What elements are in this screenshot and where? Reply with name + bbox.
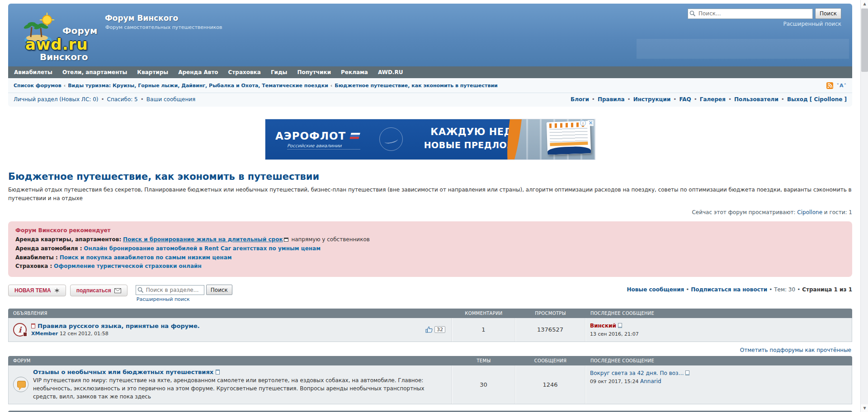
page-title[interactable]: Бюджетное путешествие, как экономить в п… (8, 171, 852, 182)
site-title[interactable]: Форум Винского (105, 14, 178, 23)
nav-item-companions[interactable]: Попутчики (292, 69, 336, 75)
breadcrumb-panel: Список форумов‹Виды туризма: Круизы, Гор… (8, 78, 852, 107)
ad-close-icon[interactable]: ✕ (588, 120, 594, 126)
logout-link[interactable]: Выход [ Cipollone ] (787, 96, 847, 103)
nav-item-insurance[interactable]: Страховка (223, 69, 266, 75)
subforum-link[interactable]: Отзывы о необычных или бюджетных путешес… (33, 369, 213, 375)
site-tagline: Форум самостоятельных путешественников (105, 24, 222, 30)
new-topic-button[interactable]: НОВАЯ ТЕМА (8, 285, 66, 296)
rules-link[interactable]: Правила (598, 96, 625, 103)
mark-subforums-read-link[interactable]: Отметить подфорумы как прочтённые (740, 347, 851, 353)
breadcrumb-section[interactable]: Виды туризма: Круизы, Горные лыжи, Дайви… (68, 83, 328, 89)
logo-word-vinsky: Винского (40, 52, 88, 62)
announcement-title-link[interactable]: Правила русского языка, принятые на фору… (38, 323, 200, 329)
faq-link[interactable]: FAQ (679, 96, 691, 103)
header-search-button[interactable]: Поиск (815, 8, 841, 19)
thumbs-up-icon[interactable] (425, 326, 433, 333)
header-search: Поиск Расширенный поиск (688, 8, 841, 27)
logo-word-awd: awd.ru (25, 35, 88, 53)
forum-search-input[interactable] (136, 285, 204, 295)
forum-bubble-icon (13, 377, 28, 392)
nav-item-ads[interactable]: Реклама (336, 69, 373, 75)
recommend-row-insurance: Страховка : Оформление туристической стр… (15, 262, 845, 271)
views-count: 1376527 (515, 318, 585, 342)
flats-booking-link[interactable]: Поиск и бронирование жилья на длительный… (123, 236, 283, 243)
user-links-row: Личный раздел (Новых ЛС: 0)•Спасибо: 5•В… (14, 96, 847, 103)
goto-last-post-icon[interactable] (618, 323, 622, 328)
your-posts-link[interactable]: Ваши сообщения (146, 96, 195, 103)
car-rental-link[interactable]: Онлайн бронирование автомобилей в Rent C… (84, 245, 321, 252)
nav-item-cars[interactable]: Аренда Авто (173, 69, 223, 75)
members-link[interactable]: Пользователи (734, 96, 778, 103)
forum-description: Бюджетный отдых путешествия без секретов… (8, 186, 852, 202)
nav-item-awdru[interactable]: AWD.RU (373, 69, 408, 75)
new-posts-link[interactable]: Новые сообщения (627, 286, 684, 293)
ad-banner[interactable]: АЭРОФЛОТ Российские авиалинии КАЖДУЮ НЕД… (265, 119, 595, 160)
instructions-link[interactable]: Инструкции (633, 96, 671, 103)
subscribe-news-link[interactable]: Подписаться на новости (691, 286, 767, 293)
adchoices-info-icon[interactable]: i (580, 120, 586, 126)
author-link[interactable]: XMember (31, 331, 58, 337)
mark-read-row: Отметить подфорумы как прочтённые (9, 347, 851, 353)
recommend-title: Форум Винского рекомендует (15, 226, 845, 235)
viewing-suffix: и гости: 1 (824, 209, 852, 215)
page: Форум awd.ru Винского Форум Винского Фор… (8, 4, 852, 412)
last-topic-link[interactable]: Вокруг света за 42 дня. По воз… (590, 370, 684, 376)
breadcrumb-current[interactable]: Бюджетное путешествие, как экономить в п… (335, 83, 498, 89)
breadcrumb-separator: ‹ (330, 83, 332, 89)
font-size-widget[interactable]: ˅A˄ (836, 83, 847, 89)
subforum-description: VIP путешествия по миру: путешествие на … (33, 376, 447, 401)
thanks-link[interactable]: Спасибо: 5 (107, 96, 138, 103)
advanced-search-link[interactable]: Расширенный поиск (688, 21, 841, 27)
blogs-link[interactable]: Блоги (571, 96, 589, 103)
nav-item-hotels[interactable]: Отели, апартаменты (57, 69, 132, 75)
site-header: Форум awd.ru Винского Форум Винского Фор… (8, 4, 852, 66)
breadcrumb-root[interactable]: Список форумов (14, 83, 61, 89)
nav-item-avia[interactable]: Авиабилеты (9, 69, 57, 75)
col-posts: СООБЩЕНИЯ (515, 358, 585, 363)
forum-toolbar: НОВАЯ ТЕМА подписаться Поис (8, 285, 852, 302)
header-search-input[interactable] (688, 9, 813, 19)
personal-section-link[interactable]: Личный раздел (Новых ЛС: 0) (14, 96, 98, 103)
forum-search-button[interactable]: Поиск (206, 285, 232, 295)
header-search-input-wrap (688, 9, 813, 19)
logo-word-forum: Форум (62, 25, 97, 36)
insurance-link[interactable]: Оформление туристической страховки онлай… (54, 263, 202, 269)
viewing-user-link[interactable]: Cipollone (797, 209, 822, 215)
scrollbar-down-arrow[interactable]: ▼ (861, 404, 868, 412)
ad-brand-subtitle: Российские авиалинии (287, 143, 360, 150)
viewing-prefix: Сейчас этот форум просматривают: (692, 209, 795, 215)
rss-feed-icon[interactable] (826, 82, 833, 89)
goto-last-post-icon[interactable] (685, 370, 689, 375)
site-logo[interactable]: Форум awd.ru Винского (21, 12, 104, 61)
forum-row: Отзывы о необычных или бюджетных путешес… (8, 365, 852, 404)
subscribe-button[interactable]: подписаться (70, 285, 127, 296)
nav-item-guides[interactable]: Гиды (266, 69, 292, 75)
col-forum: ФОРУМ (8, 358, 452, 363)
recommend-row-cars: Аренда автомобиля : Онлайн бронирование … (15, 244, 845, 253)
header-ad-slot (637, 39, 849, 59)
topic-doc-icon (31, 323, 35, 328)
last-post-date: 09 окт 2017, 15:24 (590, 379, 638, 384)
last-post-user-link[interactable]: Винский (590, 323, 616, 329)
recommend-row-avia: Авиабилеты : Поиск и покупка авиабилетов… (15, 253, 845, 262)
nav-item-flats[interactable]: Квартиры (132, 69, 173, 75)
gallery-link[interactable]: Галерея (700, 96, 726, 103)
post-date: 12 сен 2012, 01:58 (60, 331, 108, 337)
skyteam-stamp-icon (379, 127, 403, 151)
scrollbar-thumb[interactable] (861, 9, 868, 72)
flight-search-link[interactable]: Поиск и покупка авиабилетов по самым низ… (60, 254, 232, 261)
external-link-icon (284, 238, 288, 242)
col-views: ПРОСМОТРЫ (515, 311, 585, 316)
ad-brand-name: АЭРОФЛОТ (275, 130, 346, 142)
search-icon (137, 287, 144, 293)
panel-divider (8, 93, 852, 93)
breadcrumb-separator: ‹ (64, 83, 66, 89)
scrollbar-up-arrow[interactable]: ▲ (861, 0, 868, 8)
col-topics: ТЕМЫ (452, 358, 515, 363)
last-post-user-link[interactable]: Annarid (640, 378, 661, 384)
forum-search: Поиск Расширенный поиск (136, 285, 232, 302)
scrollbar[interactable]: ▲ ▼ (860, 0, 868, 412)
forum-advanced-search-link[interactable]: Расширенный поиск (137, 296, 232, 302)
likes-count: 32 (434, 326, 445, 333)
